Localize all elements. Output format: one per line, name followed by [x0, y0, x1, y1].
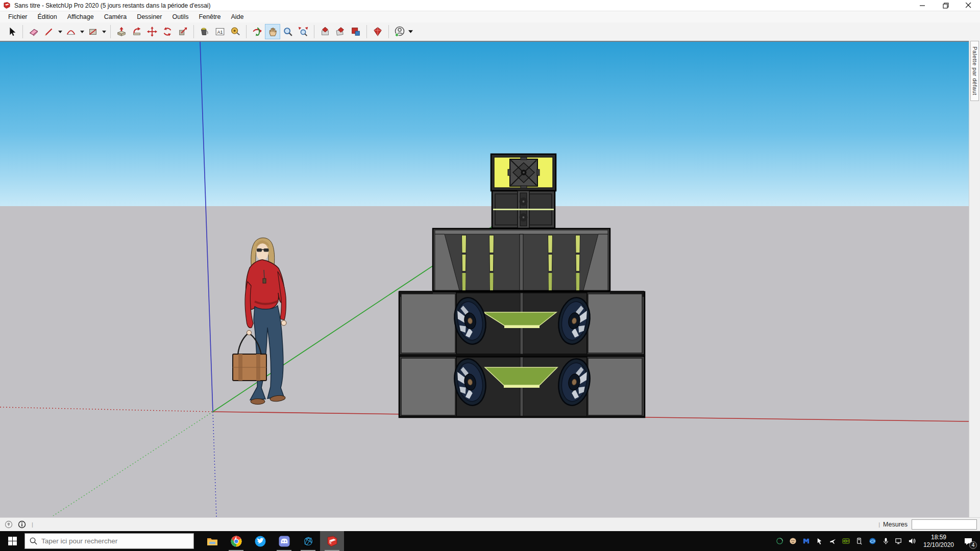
subwoofer-rows [399, 291, 645, 417]
menu-bar: Fichier Édition Affichage Caméra Dessine… [0, 11, 980, 22]
statusbar-divider: | [878, 521, 880, 528]
start-button[interactable] [0, 531, 24, 551]
tray-malwarebytes-icon[interactable] [802, 537, 811, 545]
line-tool-dropdown[interactable] [57, 24, 63, 39]
paint-bucket-tool-button[interactable] [197, 24, 212, 39]
minimize-icon [920, 3, 925, 8]
close-button[interactable] [957, 0, 980, 11]
orbit-icon [252, 26, 263, 37]
tray-network-icon[interactable] [895, 537, 903, 545]
push-pull-icon [116, 26, 127, 37]
tape-measure-tool-button[interactable] [228, 24, 243, 39]
viewport-3d[interactable] [0, 41, 969, 517]
follow-me-tool-button[interactable] [129, 24, 144, 39]
scene-canvas [0, 42, 969, 517]
toolbar: A1 [0, 22, 980, 41]
eraser-tool-button[interactable] [26, 24, 41, 39]
close-icon [966, 3, 971, 8]
geolocation-button[interactable] [4, 519, 14, 530]
scale-icon [177, 26, 188, 37]
menu-fichier[interactable]: Fichier [3, 12, 33, 21]
default-tray-tab[interactable]: Palette par défaut [970, 41, 979, 101]
text-tool-icon: A1 [214, 26, 226, 37]
search-icon [30, 537, 37, 545]
horn-cabinet [491, 154, 556, 191]
line-tool-button[interactable] [41, 24, 57, 39]
push-pull-tool-button[interactable] [114, 24, 129, 39]
face [256, 243, 268, 261]
menu-dessiner[interactable]: Dessiner [132, 12, 167, 21]
pan-tool-button[interactable] [265, 24, 280, 39]
taskbar-search[interactable] [24, 533, 194, 549]
tray-avatar-icon[interactable] [789, 537, 797, 545]
toolbar-separator [366, 25, 367, 38]
right-hand [281, 320, 286, 325]
menu-fenetre[interactable]: Fenêtre [193, 12, 226, 21]
text-tool-button[interactable]: A1 [212, 24, 228, 39]
extension-warehouse-button[interactable] [370, 24, 385, 39]
taskbar-twitter[interactable] [248, 531, 272, 551]
move-arrows-icon [146, 26, 158, 37]
shapes-tool-button[interactable] [85, 24, 101, 39]
sign-in-button[interactable] [392, 24, 407, 39]
sign-in-dropdown[interactable] [407, 24, 414, 39]
taskbar-discord[interactable] [272, 531, 296, 551]
share-model-button[interactable] [333, 24, 348, 39]
arc-tool-button[interactable] [63, 24, 79, 39]
menu-affichage[interactable]: Affichage [62, 12, 99, 21]
tray-green-circle-icon[interactable] [775, 537, 784, 545]
select-cursor-icon [6, 26, 17, 37]
taskbar-chrome[interactable] [224, 531, 248, 551]
taskbar-sketchup[interactable] [320, 531, 344, 551]
tray-trimble-icon[interactable] [868, 537, 877, 545]
tape-measure-icon [230, 26, 241, 37]
measure-label: Mesures [883, 521, 908, 528]
eraser-icon [28, 26, 39, 37]
mid-cabinet [492, 191, 555, 228]
zoom-extents-tool-button[interactable] [296, 24, 311, 39]
status-bar: | | Mesures [0, 517, 980, 531]
scale-tool-button[interactable] [175, 24, 190, 39]
paint-bucket-icon [199, 26, 210, 37]
windows-logo-icon [8, 537, 17, 545]
arc-icon [65, 26, 77, 37]
rotate-tool-button[interactable] [160, 24, 175, 39]
menu-outils[interactable]: Outils [167, 12, 193, 21]
menu-camera[interactable]: Caméra [99, 12, 132, 21]
taskbar-file-explorer[interactable] [200, 531, 224, 551]
tray-nvidia-icon[interactable]: ! [842, 537, 850, 545]
shapes-tool-dropdown[interactable] [101, 24, 107, 39]
window-title: Sans titre - SketchUp Pro 2020 (5 jours … [14, 2, 911, 9]
pan-hand-icon [267, 26, 278, 37]
taskbar-3d-app[interactable] [296, 531, 320, 551]
3d-warehouse-button[interactable] [317, 24, 333, 39]
zoom-tool-button[interactable] [280, 24, 296, 39]
restore-button[interactable] [934, 0, 957, 11]
arc-tool-dropdown[interactable] [79, 24, 85, 39]
menu-edition[interactable]: Édition [33, 12, 62, 21]
minimize-button[interactable] [911, 0, 934, 11]
notification-center-button[interactable]: 4 [961, 534, 976, 549]
tray-microphone-icon[interactable] [881, 537, 890, 545]
tray-usb-icon[interactable] [855, 537, 864, 545]
tray-plane-icon[interactable] [828, 537, 837, 545]
sketchup-logo-icon [3, 2, 11, 9]
orbit-tool-button[interactable] [250, 24, 265, 39]
measurements-input[interactable] [912, 519, 977, 530]
move-tool-button[interactable] [144, 24, 160, 39]
layout-icon [350, 26, 361, 37]
select-tool-button[interactable] [4, 24, 19, 39]
tray-cursor-icon[interactable] [815, 537, 824, 545]
taskbar-apps [200, 531, 344, 551]
model-info-button[interactable] [17, 519, 27, 530]
taskbar-clock[interactable]: 18:59 12/10/2020 [923, 534, 954, 549]
file-explorer-icon [206, 535, 219, 548]
search-input[interactable] [41, 537, 169, 545]
toolbar-separator [388, 25, 389, 38]
send-to-layout-button[interactable] [348, 24, 363, 39]
rotate-arrows-icon [162, 26, 173, 37]
rectangle-shape-icon [87, 26, 99, 37]
tray-volume-icon[interactable] [908, 537, 917, 545]
menu-aide[interactable]: Aide [226, 12, 249, 21]
chevron-down-icon [80, 31, 84, 33]
